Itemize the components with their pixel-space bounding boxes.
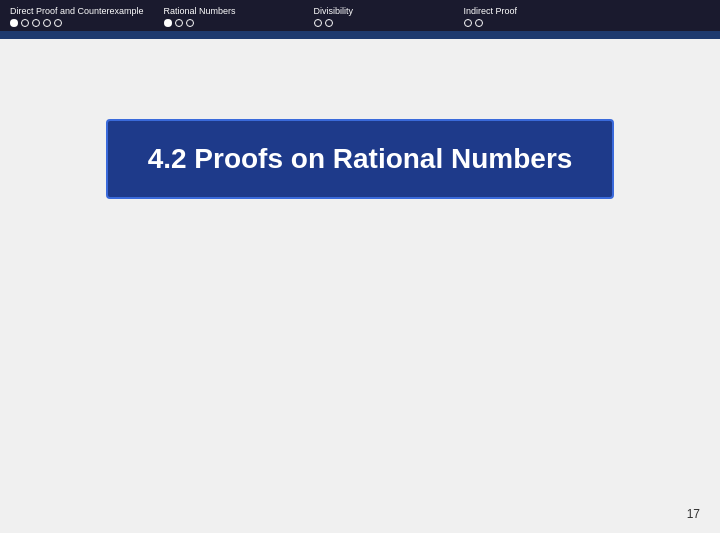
page-title: 4.2 Proofs on Rational Numbers bbox=[148, 143, 573, 175]
dot-d2 bbox=[325, 19, 333, 27]
dot-d1 bbox=[314, 19, 322, 27]
dot-4 bbox=[43, 19, 51, 27]
nav-dots-rational-numbers bbox=[164, 19, 294, 27]
nav-section-indirect-proof[interactable]: Indirect Proof bbox=[464, 6, 594, 27]
main-content: 4.2 Proofs on Rational Numbers 17 bbox=[0, 39, 720, 533]
nav-section-rational-numbers-label: Rational Numbers bbox=[164, 6, 294, 16]
top-nav: Direct Proof and Counterexample Rational… bbox=[0, 0, 720, 31]
nav-section-divisibility[interactable]: Divisibility bbox=[314, 6, 444, 27]
dot-r3 bbox=[186, 19, 194, 27]
nav-dots-direct-proof bbox=[10, 19, 144, 27]
nav-section-divisibility-label: Divisibility bbox=[314, 6, 444, 16]
nav-dots-divisibility bbox=[314, 19, 444, 27]
nav-dots-indirect-proof bbox=[464, 19, 594, 27]
nav-section-direct-proof[interactable]: Direct Proof and Counterexample bbox=[10, 6, 144, 27]
page-number: 17 bbox=[687, 507, 700, 521]
dot-2 bbox=[21, 19, 29, 27]
nav-section-rational-numbers[interactable]: Rational Numbers bbox=[164, 6, 294, 27]
dot-r1 bbox=[164, 19, 172, 27]
nav-section-direct-proof-label: Direct Proof and Counterexample bbox=[10, 6, 144, 16]
dot-1 bbox=[10, 19, 18, 27]
dot-r2 bbox=[175, 19, 183, 27]
dot-i2 bbox=[475, 19, 483, 27]
title-box: 4.2 Proofs on Rational Numbers bbox=[106, 119, 615, 199]
nav-section-indirect-proof-label: Indirect Proof bbox=[464, 6, 594, 16]
divider-bar bbox=[0, 31, 720, 39]
dot-3 bbox=[32, 19, 40, 27]
dot-5 bbox=[54, 19, 62, 27]
dot-i1 bbox=[464, 19, 472, 27]
